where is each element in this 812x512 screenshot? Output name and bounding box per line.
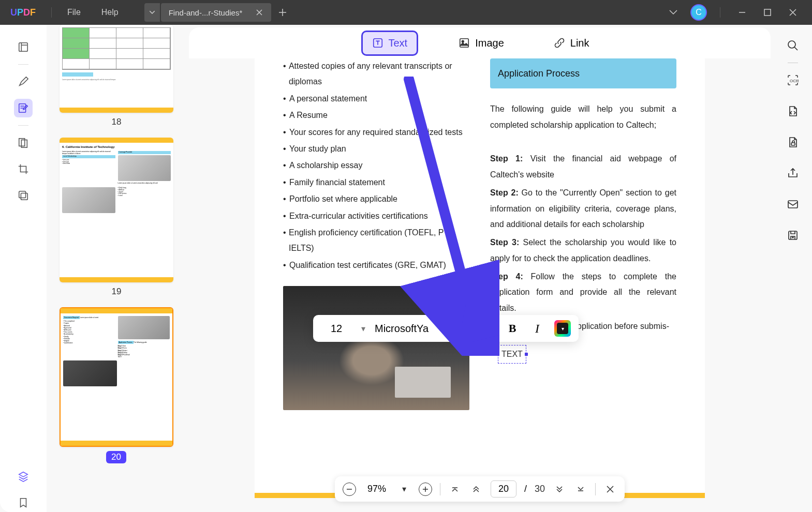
menu-help[interactable]: Help	[91, 8, 129, 17]
section-heading: Application Process	[490, 58, 676, 88]
tab-add-icon[interactable]	[279, 9, 286, 16]
content-image	[283, 286, 469, 410]
edit-toolbar: Text Image Link	[189, 27, 771, 58]
first-page-icon[interactable]	[448, 483, 462, 496]
divider	[470, 321, 470, 336]
font-family-value[interactable]: MicrosoftYa	[375, 323, 447, 335]
page-total: 30	[535, 484, 545, 494]
crop-icon[interactable]	[14, 160, 33, 178]
align-left-icon[interactable]	[480, 321, 495, 336]
layers-icon[interactable]	[14, 467, 33, 486]
protect-icon[interactable]	[785, 134, 801, 150]
step-label: Step 3:	[490, 238, 519, 247]
zoom-out-icon[interactable]	[343, 483, 356, 496]
edit-link-label: Link	[570, 37, 589, 49]
italic-button[interactable]: I	[529, 321, 545, 336]
edit-icon[interactable]	[14, 99, 33, 117]
edit-image-label: Image	[475, 37, 504, 49]
bullet-text: Portfolio set where applicable	[289, 191, 397, 207]
color-picker-button[interactable]: ▾	[554, 320, 571, 337]
organize-icon[interactable]	[14, 133, 33, 152]
bold-button[interactable]: B	[505, 321, 520, 336]
ocr-icon[interactable]: OCR	[785, 72, 801, 88]
divider	[720, 7, 720, 18]
prev-page-icon[interactable]	[469, 483, 483, 496]
font-family-dropdown-icon[interactable]: ▾	[456, 324, 461, 334]
thumbnail-item[interactable]: 6. California Institute of Technology Lo…	[57, 138, 176, 297]
close-icon[interactable]	[784, 6, 802, 19]
tab-close-icon[interactable]	[255, 8, 263, 17]
right-column: Application Process The following guide …	[490, 58, 676, 410]
text-format-toolbar[interactable]: 12 ▾ MicrosoftYa ▾ B I ▾	[313, 315, 579, 342]
left-toolbar	[0, 25, 47, 512]
chevron-down-icon[interactable]	[664, 7, 683, 18]
thumbnail-panel[interactable]: Lorem ipsum dolor sit amet consectetur a…	[47, 25, 186, 512]
edit-image-button[interactable]: Image	[449, 32, 513, 54]
font-size-value[interactable]: 12	[321, 323, 352, 335]
bullet-text: Your study plan	[289, 141, 346, 157]
divider	[51, 7, 52, 18]
zoom-level[interactable]: 97%	[364, 484, 390, 494]
step-text: Go to the "Currently Open" section to ge…	[490, 188, 676, 229]
divider	[595, 483, 596, 495]
document-viewport[interactable]: •Attested copies of any relevant transcr…	[186, 58, 773, 512]
svg-text:OCR: OCR	[790, 79, 799, 83]
font-size-dropdown-icon[interactable]: ▾	[361, 324, 365, 334]
left-column: •Attested copies of any relevant transcr…	[283, 58, 469, 410]
thumbnail-item[interactable]: Lorem ipsum dolor sit amet consectetur a…	[57, 25, 176, 127]
divider	[440, 483, 440, 495]
maximize-icon[interactable]	[759, 6, 776, 19]
svg-rect-13	[788, 201, 798, 208]
right-toolbar: OCR	[773, 25, 812, 512]
zoom-dropdown-icon[interactable]: ▾	[397, 483, 411, 496]
search-icon[interactable]	[785, 38, 801, 53]
close-nav-icon[interactable]	[603, 483, 617, 496]
bullet-text: Qualification test certificates (GRE, GM…	[289, 258, 446, 273]
save-icon[interactable]	[785, 228, 801, 243]
edit-text-button[interactable]: Text	[361, 31, 419, 56]
zoom-in-icon[interactable]	[419, 483, 432, 496]
thumbnail-preview[interactable]: Lorem ipsum dolor sit amet consectetur a…	[60, 25, 173, 113]
comment-icon[interactable]	[14, 72, 33, 91]
menu-file[interactable]: File	[57, 8, 91, 17]
convert-icon[interactable]	[785, 103, 801, 119]
tools-icon[interactable]	[14, 186, 33, 205]
last-page-icon[interactable]	[574, 483, 587, 496]
app-logo: UPDF	[0, 7, 46, 18]
email-icon[interactable]	[785, 197, 801, 212]
svg-rect-0	[764, 9, 771, 16]
thumbnail-number: 20	[106, 451, 126, 463]
bullet-text: Extra-curricular activities certificatio…	[289, 208, 428, 224]
avatar-letter: C	[696, 8, 702, 17]
bullet-text: A personal statement	[289, 91, 367, 107]
editing-text-box[interactable]: TEXT	[498, 345, 526, 364]
document-page[interactable]: •Attested copies of any relevant transcr…	[255, 58, 705, 498]
edit-text-content[interactable]: TEXT	[501, 350, 523, 358]
thumbnail-preview[interactable]: Documents RequiredLorem ipsum dolor sit …	[60, 307, 173, 447]
bookmark-icon[interactable]	[14, 493, 33, 512]
minimize-icon[interactable]	[733, 6, 751, 19]
avatar[interactable]: C	[690, 4, 707, 21]
step-label: Step 4:	[490, 272, 523, 281]
thumbnail-preview[interactable]: 6. California Institute of Technology Lo…	[60, 138, 173, 282]
edit-link-button[interactable]: Link	[544, 32, 599, 54]
step-label: Step 2:	[490, 188, 519, 197]
next-page-icon[interactable]	[553, 483, 566, 496]
divider	[18, 64, 28, 65]
divider	[18, 125, 28, 126]
svg-rect-6	[21, 193, 27, 200]
intro-text: The following guide will help you submit…	[490, 101, 676, 133]
thumbnail-number: 18	[57, 117, 176, 127]
reader-icon[interactable]	[14, 38, 33, 56]
page-number-input[interactable]	[491, 480, 516, 498]
document-tab[interactable]: Find-and-...r-Studies*	[161, 3, 272, 22]
thumbnail-item[interactable]: Documents RequiredLorem ipsum dolor sit …	[57, 307, 176, 463]
bullet-text: A Resume	[289, 108, 328, 123]
tab-list-dropdown[interactable]	[144, 3, 160, 22]
bullet-text: Attested copies of any relevant transcri…	[289, 58, 469, 90]
svg-rect-5	[19, 191, 26, 198]
svg-rect-8	[460, 39, 469, 48]
share-icon[interactable]	[785, 165, 801, 181]
content-area: Text Image Link •Attested copies of any …	[186, 25, 773, 512]
divider	[788, 63, 798, 63]
